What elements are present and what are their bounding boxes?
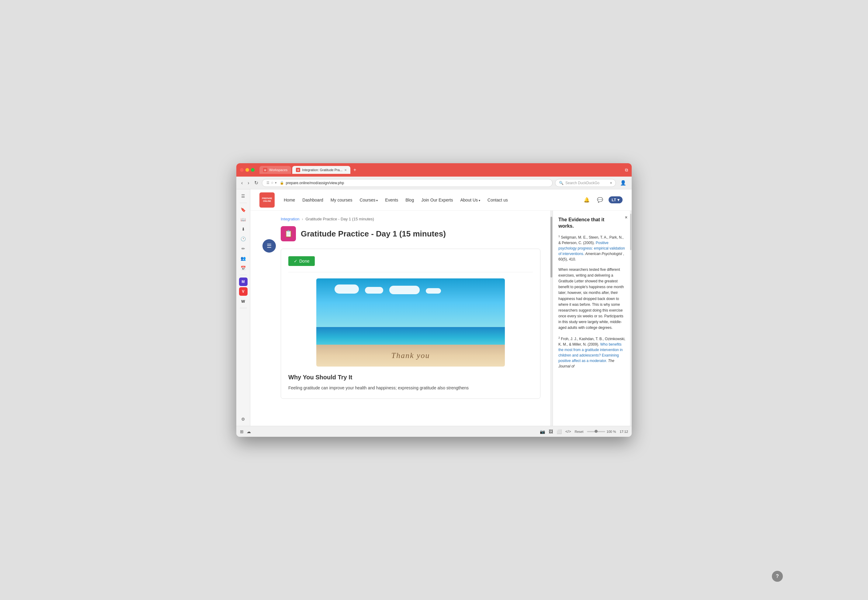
breadcrumb-current: Gratitude Practice - Day 1 (15 minutes): [305, 217, 374, 221]
team-icon[interactable]: 👥: [239, 254, 247, 263]
panel-title: The Evidence that it works.: [558, 217, 626, 229]
dev-tools-icon[interactable]: </>: [565, 429, 571, 434]
nav-events[interactable]: Events: [385, 198, 398, 202]
search-icon: 🔍: [559, 181, 564, 185]
assignment-icon: 📋: [281, 226, 296, 241]
nav-join-experts[interactable]: Join Our Experts: [421, 198, 453, 202]
ref1-authors: Seligman, M. E., Steen, T. A., Park, N.,…: [558, 235, 624, 245]
nav-blog[interactable]: Blog: [405, 198, 414, 202]
tabs-area: ▤ Workspaces ⊞ Integration: Gratitude Pr…: [259, 166, 622, 174]
time-display: 17:12: [619, 430, 628, 433]
history-icon[interactable]: 🕐: [239, 235, 247, 243]
evidence-panel: × The Evidence that it works. 1 Seligman…: [552, 211, 632, 426]
done-label: Done: [299, 259, 309, 264]
sidebar-divider-1: [240, 203, 247, 203]
bookmarks-icon[interactable]: 🔖: [239, 206, 247, 214]
assignment-icon-symbol: 📋: [284, 230, 293, 238]
calendar-icon[interactable]: 📅: [239, 264, 247, 272]
content-card: ✓ Done: [281, 248, 540, 399]
new-tab-button[interactable]: +: [352, 167, 358, 173]
bookmark-icon: ☰: [266, 181, 269, 185]
search-box[interactable]: 🔍 Search DuckDuckGo ▾: [555, 179, 616, 187]
settings-icon[interactable]: ⚙: [239, 415, 247, 423]
done-icon: ✓: [294, 259, 297, 264]
panel-scroll-thumb: [630, 214, 631, 250]
breadcrumb-parent[interactable]: Integration: [281, 217, 299, 221]
tab2-close-icon[interactable]: ✕: [344, 168, 347, 172]
breadcrumb-separator: ›: [302, 217, 303, 221]
main-page: ☰ Integration › Gratitude Practice - Day…: [250, 211, 632, 426]
bottom-panels-icon[interactable]: ⊞: [240, 429, 244, 434]
bell-icon[interactable]: 🔔: [582, 195, 592, 205]
bookmark-star-icon: ☆: [271, 181, 274, 185]
module-toggle[interactable]: ☰: [263, 239, 276, 253]
user-initials: LT: [612, 198, 616, 202]
why-section: Why You Should Try It Feeling gratitude …: [288, 374, 533, 391]
nav-right: 🔔 💬 LT ▾: [582, 195, 622, 205]
cloud-3: [389, 286, 420, 294]
user-avatar[interactable]: LT ▾: [609, 196, 622, 203]
vivaldi-icon[interactable]: V: [239, 287, 247, 296]
forward-button[interactable]: ›: [246, 179, 250, 187]
nav-my-courses[interactable]: My courses: [331, 198, 352, 202]
reload-button[interactable]: ↻: [253, 179, 259, 187]
page-title: Gratitude Practice - Day 1 (15 minutes): [301, 229, 446, 239]
address-bar-row: ‹ › ↻ ☰ ☆ ▾ 🔒 prepare.online/mod/assign/…: [236, 177, 632, 189]
content-area: ☰ 🔖 📖 ⬇ 🕐 ✏ 👥 📅 M V W ⚙ PREPARE O: [236, 189, 632, 426]
panel-close-button[interactable]: ×: [625, 215, 627, 220]
window-maximize-icon[interactable]: ⧉: [625, 167, 628, 173]
gallery-icon[interactable]: 🖼: [549, 429, 553, 434]
nav-home[interactable]: Home: [284, 198, 295, 202]
course-content: ☰ Integration › Gratitude Practice - Day…: [250, 211, 552, 426]
list-icon[interactable]: ☰: [263, 239, 276, 253]
logo-text: PREPARE ONLINE: [262, 197, 272, 202]
window-icon[interactable]: ⬜: [557, 429, 562, 434]
page-content: PREPARE ONLINE Home Dashboard My courses…: [250, 189, 632, 426]
citation-2-text: 2 Froh, J. J., Kashdan, T. B., Ozimkowsk…: [558, 336, 626, 369]
sidebar-toggle-icon[interactable]: ☰: [239, 192, 247, 200]
mastodon-icon[interactable]: M: [239, 277, 247, 286]
page-header: 📋 Gratitude Practice - Day 1 (15 minutes…: [281, 226, 540, 241]
zoom-level: 100 %: [607, 430, 616, 433]
maximize-button[interactable]: [251, 168, 255, 172]
back-button[interactable]: ‹: [240, 179, 244, 187]
profile-icon[interactable]: 👤: [618, 178, 628, 188]
zoom-slider[interactable]: [587, 431, 605, 432]
nav-about-us[interactable]: About Us: [460, 198, 480, 202]
panel-scrollbar[interactable]: [630, 211, 632, 426]
nav-links: Home Dashboard My courses Courses Events…: [284, 198, 582, 202]
minimize-button[interactable]: [246, 168, 249, 172]
search-placeholder: Search DuckDuckGo: [565, 181, 599, 185]
evidence-body-1: When researchers tested five different e…: [558, 267, 626, 331]
citation-1-text: 1 Seligman, M. E., Steen, T. A., Park, N…: [558, 234, 626, 262]
downloads-icon[interactable]: ⬇: [239, 225, 247, 233]
tab-workspaces[interactable]: ▤ Workspaces: [259, 166, 291, 174]
reading-list-icon[interactable]: 📖: [239, 215, 247, 224]
sidebar-divider-3: [240, 308, 247, 308]
tab2-favicon: ⊞: [296, 168, 300, 172]
security-icons: ☰ ☆ ▾ 🔒: [266, 181, 284, 185]
tab-integration[interactable]: ⊞ Integration: Gratitude Pra... ✕: [292, 166, 351, 174]
address-input[interactable]: ☰ ☆ ▾ 🔒 prepare.online/mod/assign/view.p…: [262, 179, 552, 187]
screenshot-icon[interactable]: 📷: [540, 429, 545, 434]
url-text: prepare.online/mod/assign/view.php: [286, 181, 548, 185]
nav-contact-us[interactable]: Contact us: [487, 198, 508, 202]
nav-dashboard[interactable]: Dashboard: [302, 198, 323, 202]
done-button[interactable]: ✓ Done: [288, 256, 315, 266]
wikipedia-icon[interactable]: W: [239, 297, 247, 306]
cloud-4: [426, 288, 441, 294]
notes-icon[interactable]: ✏: [239, 244, 247, 253]
browser-sidebar: ☰ 🔖 📖 ⬇ 🕐 ✏ 👥 📅 M V W ⚙: [236, 189, 250, 426]
site-logo[interactable]: PREPARE ONLINE: [259, 192, 275, 208]
citation-1: 1 Seligman, M. E., Steen, T. A., Park, N…: [558, 234, 626, 262]
zoom-slider-thumb: [595, 430, 598, 433]
breadcrumb: Integration › Gratitude Practice - Day 1…: [281, 217, 540, 399]
content-scrollbar[interactable]: [550, 211, 552, 426]
message-icon[interactable]: 💬: [595, 195, 605, 205]
shield-icon: 🔒: [280, 181, 284, 185]
reset-label[interactable]: Reset: [575, 430, 584, 433]
bottom-cloud-icon[interactable]: ☁: [247, 429, 251, 434]
beach-sand: Thank you: [316, 345, 505, 367]
nav-courses[interactable]: Courses: [360, 198, 378, 202]
close-button[interactable]: [240, 168, 244, 172]
